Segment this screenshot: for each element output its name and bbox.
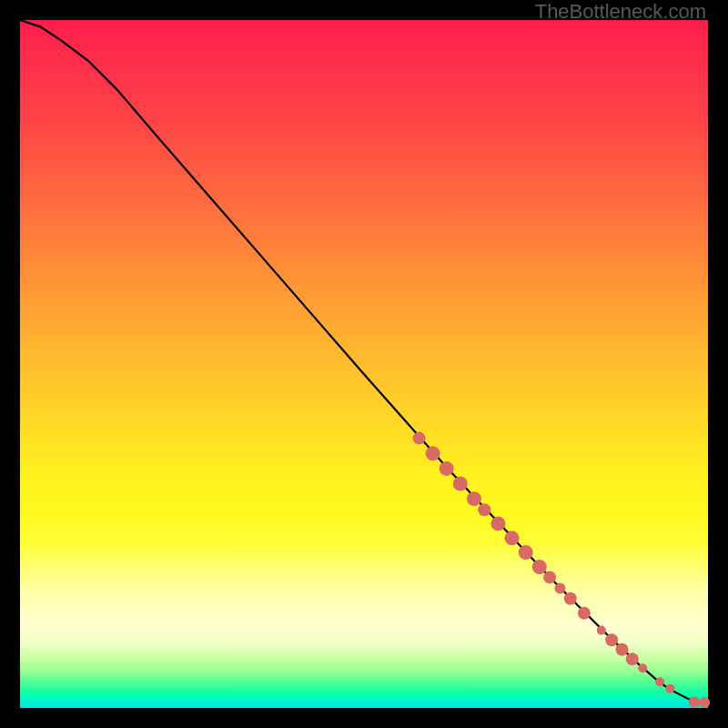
data-point	[605, 633, 618, 646]
data-point	[597, 626, 606, 635]
data-point	[490, 516, 505, 531]
chart-svg	[20, 20, 708, 708]
data-point	[655, 677, 664, 686]
data-point	[555, 583, 566, 594]
data-point	[578, 607, 591, 620]
data-point	[564, 592, 577, 605]
data-point	[467, 491, 481, 506]
chart-frame: TheBottleneck.com	[0, 0, 728, 728]
data-points-group	[413, 432, 711, 708]
data-point	[453, 477, 468, 491]
data-point	[699, 697, 710, 708]
data-point	[440, 461, 454, 476]
data-point	[626, 652, 639, 665]
data-point	[478, 503, 490, 516]
plot-area	[20, 20, 708, 708]
data-point	[505, 531, 520, 545]
data-point	[519, 545, 533, 560]
data-point	[543, 571, 556, 583]
data-point	[638, 663, 647, 672]
data-point	[532, 560, 547, 574]
data-point	[665, 684, 674, 693]
data-point	[616, 643, 629, 656]
data-point	[413, 432, 426, 445]
trend-curve	[20, 20, 708, 703]
data-point	[689, 696, 700, 707]
data-point	[426, 446, 440, 460]
